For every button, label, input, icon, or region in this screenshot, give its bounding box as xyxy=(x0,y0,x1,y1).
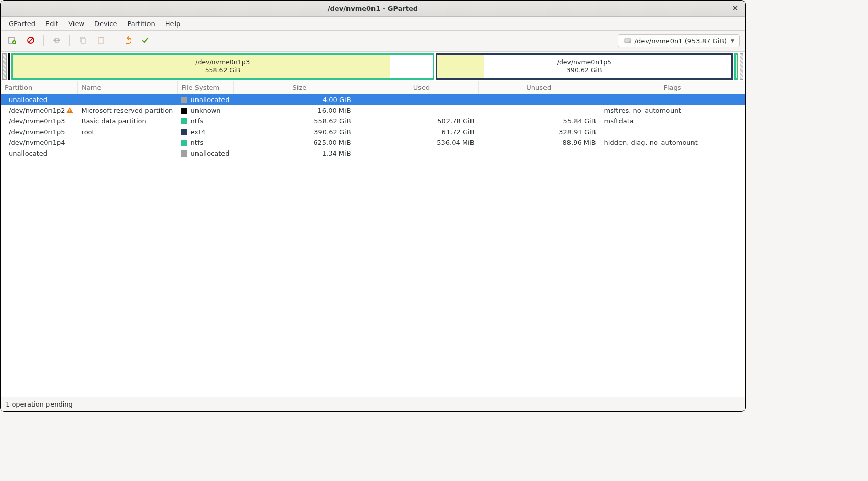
partition-visual-bar: /dev/nvme0n1p3558.62 GiB/dev/nvme0n1p539… xyxy=(1,51,745,81)
menu-device[interactable]: Device xyxy=(89,18,122,30)
toolbar: /dev/nvme0n1 (953.87 GiB) ▼ xyxy=(1,31,745,51)
cell-name xyxy=(78,148,178,159)
cell-unused: 328.91 GiB xyxy=(479,126,600,137)
menu-view[interactable]: View xyxy=(63,18,89,30)
cell-filesystem: unknown xyxy=(190,107,220,114)
menu-edit[interactable]: Edit xyxy=(40,18,63,30)
cell-used: 502.78 GiB xyxy=(355,116,479,126)
cell-filesystem: ntfs xyxy=(190,117,203,125)
visual-part-p4[interactable] xyxy=(734,53,738,80)
svg-line-3 xyxy=(29,38,33,42)
cell-unused: --- xyxy=(479,148,600,159)
menu-help[interactable]: Help xyxy=(160,18,186,30)
visual-part-p3[interactable]: /dev/nvme0n1p3558.62 GiB xyxy=(11,53,434,80)
close-icon[interactable]: ✕ xyxy=(731,4,740,13)
fs-swatch xyxy=(181,97,187,103)
statusbar: 1 operation pending xyxy=(1,397,745,411)
fs-swatch xyxy=(181,118,187,124)
cell-unused: 88.96 MiB xyxy=(479,137,600,148)
visual-part-un1[interactable] xyxy=(740,53,743,80)
cell-used: 536.04 MiB xyxy=(355,137,479,148)
table-row[interactable]: unallocated unallocated1.34 MiB------ xyxy=(1,148,745,159)
table-row[interactable]: /dev/nvme0n1p2Microsoft reserved partiti… xyxy=(1,105,745,116)
cell-unused: --- xyxy=(479,105,600,116)
svg-rect-8 xyxy=(100,37,103,38)
svg-point-10 xyxy=(629,41,630,42)
cell-size: 1.34 MiB xyxy=(234,148,355,159)
window-title: /dev/nvme0n1 - GParted xyxy=(328,5,418,12)
table-row[interactable]: /dev/nvme0n1p4 ntfs625.00 MiB536.04 MiB8… xyxy=(1,137,745,148)
delete-icon xyxy=(27,36,35,46)
apply-icon xyxy=(141,36,150,46)
copy-button[interactable] xyxy=(74,33,91,48)
chevron-down-icon: ▼ xyxy=(731,38,734,43)
table-row[interactable]: /dev/nvme0n1p3Basic data partition ntfs5… xyxy=(1,116,745,126)
cell-name xyxy=(78,94,178,106)
fs-swatch xyxy=(181,129,187,135)
col-used[interactable]: Used xyxy=(355,81,479,94)
fs-swatch xyxy=(181,140,187,146)
cell-size: 625.00 MiB xyxy=(234,137,355,148)
warning-icon xyxy=(66,107,73,114)
cell-size: 558.62 GiB xyxy=(234,116,355,126)
undo-icon xyxy=(123,36,131,46)
resize-icon xyxy=(53,36,61,46)
cell-partition: /dev/nvme0n1p4 xyxy=(9,139,65,146)
cell-used: 61.72 GiB xyxy=(355,126,479,137)
toolbar-separator xyxy=(43,35,44,46)
visual-part-p2[interactable] xyxy=(8,53,10,80)
status-text: 1 operation pending xyxy=(6,400,73,408)
visual-part-label: /dev/nvme0n1p5390.62 GiB xyxy=(557,58,611,75)
resize-move-button[interactable] xyxy=(48,33,65,48)
visual-part-un0[interactable] xyxy=(2,53,7,80)
paste-icon xyxy=(97,36,105,46)
col-size[interactable]: Size xyxy=(234,81,355,94)
device-selector[interactable]: /dev/nvme0n1 (953.87 GiB) ▼ xyxy=(618,34,740,47)
menu-gparted[interactable]: GParted xyxy=(4,18,40,30)
cell-name: Microsoft reserved partition xyxy=(78,105,178,116)
cell-flags: msftdata xyxy=(600,116,745,126)
cell-flags: hidden, diag, no_automount xyxy=(600,137,745,148)
cell-partition: unallocated xyxy=(9,96,47,104)
delete-partition-button[interactable] xyxy=(22,33,39,48)
cell-name: root xyxy=(78,126,178,137)
fs-swatch xyxy=(181,150,187,157)
table-row[interactable]: /dev/nvme0n1p5root ext4390.62 GiB61.72 G… xyxy=(1,126,745,137)
new-partition-button[interactable] xyxy=(4,33,21,48)
menubar: GParted Edit View Device Partition Help xyxy=(1,17,745,31)
cell-filesystem: unallocated xyxy=(190,96,229,104)
cell-flags xyxy=(600,94,745,106)
cell-unused: 55.84 GiB xyxy=(479,116,600,126)
device-selector-label: /dev/nvme0n1 (953.87 GiB) xyxy=(635,37,727,45)
col-name[interactable]: Name xyxy=(78,81,178,94)
cell-name xyxy=(78,137,178,148)
cell-used: --- xyxy=(355,148,479,159)
apply-button[interactable] xyxy=(137,33,154,48)
cell-size: 390.62 GiB xyxy=(234,126,355,137)
col-unused[interactable]: Unused xyxy=(479,81,600,94)
cell-used: --- xyxy=(355,105,479,116)
visual-part-p5[interactable]: /dev/nvme0n1p5390.62 GiB xyxy=(436,53,733,80)
cell-flags xyxy=(600,148,745,159)
table-row[interactable]: unallocated unallocated4.00 GiB------ xyxy=(1,94,745,106)
titlebar: /dev/nvme0n1 - GParted ✕ xyxy=(1,1,745,17)
menu-partition[interactable]: Partition xyxy=(122,18,160,30)
copy-icon xyxy=(79,36,87,46)
paste-button[interactable] xyxy=(92,33,110,48)
table-header-row: Partition Name File System Size Used Unu… xyxy=(1,81,745,94)
col-flags[interactable]: Flags xyxy=(600,81,745,94)
cell-size: 16.00 MiB xyxy=(234,105,355,116)
new-icon xyxy=(8,36,16,46)
undo-button[interactable] xyxy=(118,33,136,48)
svg-rect-6 xyxy=(81,39,85,43)
cell-partition: unallocated xyxy=(9,149,47,157)
toolbar-separator xyxy=(114,35,114,46)
col-partition[interactable]: Partition xyxy=(1,81,78,94)
col-filesystem[interactable]: File System xyxy=(177,81,233,94)
cell-partition: /dev/nvme0n1p5 xyxy=(9,128,65,136)
svg-rect-11 xyxy=(69,109,70,111)
svg-rect-12 xyxy=(69,112,70,112)
cell-flags xyxy=(600,126,745,137)
cell-partition: /dev/nvme0n1p2 xyxy=(9,107,65,114)
disk-icon xyxy=(624,37,632,45)
